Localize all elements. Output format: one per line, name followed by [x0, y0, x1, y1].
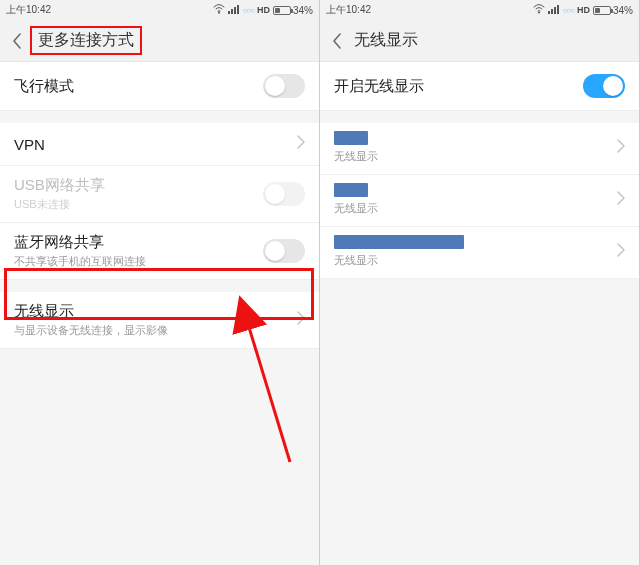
- carrier-dots-icon: ○○○: [562, 6, 574, 15]
- chevron-right-icon: [617, 139, 625, 157]
- content-right: 开启无线显示 无线显示 无线显示: [320, 62, 639, 565]
- carrier-dots-icon: ○○○: [242, 6, 254, 15]
- battery-percent: 34%: [293, 5, 313, 16]
- row-bt-tether[interactable]: 蓝牙网络共享 不共享该手机的互联网连接: [0, 223, 319, 280]
- battery-icon: [593, 6, 611, 15]
- row-device-3[interactable]: 无线显示: [320, 227, 639, 279]
- row-sublabel: 不共享该手机的互联网连接: [14, 254, 146, 269]
- svg-rect-2: [231, 9, 233, 14]
- row-label: 无线显示: [14, 302, 168, 321]
- section-gap: [0, 111, 319, 123]
- row-device-2[interactable]: 无线显示: [320, 175, 639, 227]
- phone-right: 上午10:42 ○○○ HD 34% 无线显示 开启无线显示: [320, 0, 640, 565]
- row-label: 飞行模式: [14, 77, 74, 96]
- device-sublabel: 无线显示: [334, 149, 378, 164]
- svg-rect-4: [237, 5, 239, 14]
- toggle-bt-tether[interactable]: [263, 239, 305, 263]
- svg-point-0: [218, 12, 220, 14]
- row-label: USB网络共享: [14, 176, 105, 195]
- chevron-right-icon: [297, 135, 305, 153]
- device-name-redacted: [334, 131, 368, 145]
- status-bar: 上午10:42 ○○○ HD 34%: [320, 0, 639, 20]
- chevron-right-icon: [617, 191, 625, 209]
- row-sublabel: USB未连接: [14, 197, 105, 212]
- svg-rect-7: [548, 11, 550, 14]
- back-icon[interactable]: [328, 32, 346, 50]
- svg-point-6: [538, 12, 540, 14]
- device-name-redacted: [334, 235, 464, 249]
- svg-rect-1: [228, 11, 230, 14]
- section-gap: [320, 111, 639, 123]
- row-vpn[interactable]: VPN: [0, 123, 319, 166]
- row-label: 开启无线显示: [334, 77, 424, 96]
- wifi-icon: [533, 4, 545, 16]
- device-sublabel: 无线显示: [334, 253, 464, 268]
- row-device-1[interactable]: 无线显示: [320, 123, 639, 175]
- status-right: ○○○ HD 34%: [533, 4, 633, 16]
- hd-badge: HD: [257, 5, 270, 15]
- wifi-icon: [213, 4, 225, 16]
- phone-left: 上午10:42 ○○○ HD 34% 更多连接方式 飞行模式: [0, 0, 320, 565]
- section-gap: [0, 280, 319, 292]
- row-sublabel: 与显示设备无线连接，显示影像: [14, 323, 168, 338]
- row-airplane-mode[interactable]: 飞行模式: [0, 62, 319, 111]
- device-sublabel: 无线显示: [334, 201, 378, 216]
- row-usb-tether: USB网络共享 USB未连接: [0, 166, 319, 223]
- status-right: ○○○ HD 34%: [213, 4, 313, 16]
- back-icon[interactable]: [8, 32, 26, 50]
- signal-icon: [548, 4, 559, 16]
- page-title: 更多连接方式: [30, 26, 142, 55]
- svg-rect-8: [551, 9, 553, 14]
- battery-percent: 34%: [613, 5, 633, 16]
- page-title: 无线显示: [354, 30, 418, 51]
- svg-rect-10: [557, 5, 559, 14]
- status-bar: 上午10:42 ○○○ HD 34%: [0, 0, 319, 20]
- status-time: 上午10:42: [6, 3, 51, 17]
- toggle-wireless-display[interactable]: [583, 74, 625, 98]
- row-label: 蓝牙网络共享: [14, 233, 146, 252]
- chevron-right-icon: [297, 311, 305, 329]
- title-bar: 更多连接方式: [0, 20, 319, 62]
- chevron-right-icon: [617, 243, 625, 261]
- toggle-airplane[interactable]: [263, 74, 305, 98]
- battery-icon: [273, 6, 291, 15]
- battery-indicator: 34%: [273, 5, 313, 16]
- title-bar: 无线显示: [320, 20, 639, 62]
- content-left: 飞行模式 VPN USB网络共享 USB未连接 蓝牙网络共享 不共享该手机的互联…: [0, 62, 319, 565]
- signal-icon: [228, 4, 239, 16]
- row-label: VPN: [14, 136, 45, 153]
- row-wireless-display[interactable]: 无线显示 与显示设备无线连接，显示影像: [0, 292, 319, 349]
- battery-indicator: 34%: [593, 5, 633, 16]
- status-time: 上午10:42: [326, 3, 371, 17]
- row-enable-wireless-display[interactable]: 开启无线显示: [320, 62, 639, 111]
- device-name-redacted: [334, 183, 368, 197]
- svg-rect-9: [554, 7, 556, 14]
- hd-badge: HD: [577, 5, 590, 15]
- svg-rect-3: [234, 7, 236, 14]
- toggle-usb-tether: [263, 182, 305, 206]
